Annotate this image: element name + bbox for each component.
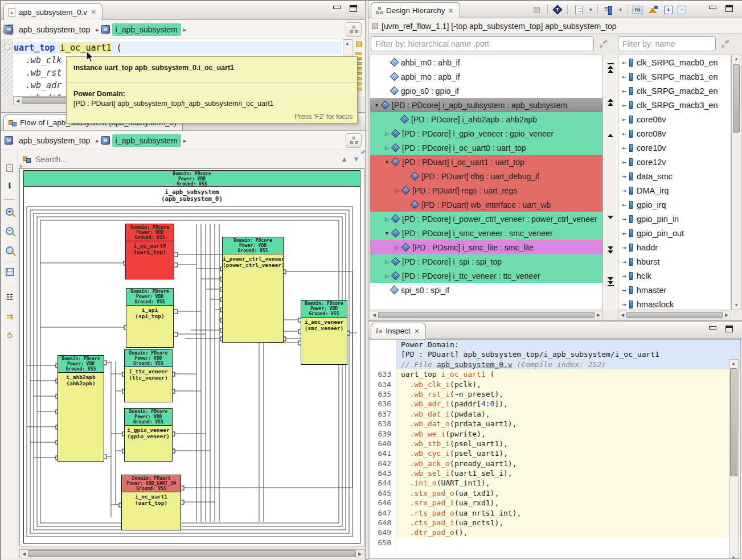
breadcrumb-item[interactable]: apb_subsystem_top xyxy=(15,23,93,36)
scroll-left-icon[interactable]: ◀ xyxy=(14,98,21,104)
tree-item[interactable]: [PD : PDcore] i_spi : spi_top xyxy=(370,254,602,269)
expander-icon[interactable] xyxy=(372,102,381,108)
port-item[interactable]: clk_SRPG_macb2_en xyxy=(618,84,731,98)
page-up-icon[interactable] xyxy=(606,98,614,106)
trace-signals-icon[interactable]: ⇉ xyxy=(3,311,16,323)
inspect-vertical-scrollbar[interactable]: ▲ ▼ xyxy=(729,359,739,559)
tree-item[interactable]: [PD : PDsmc] i_smc_lite : smc_lite xyxy=(370,240,602,254)
show-hierarchy-button[interactable] xyxy=(346,22,362,37)
inspect-content[interactable]: Power Domain: [PD : PDuart] apb_subsyste… xyxy=(370,339,741,559)
show-hierarchy-button[interactable] xyxy=(346,133,362,148)
zoom-out-icon[interactable]: − xyxy=(3,224,16,237)
scroll-thumb[interactable] xyxy=(378,312,595,318)
expander-icon[interactable] xyxy=(383,131,391,137)
scroll-thumb[interactable] xyxy=(733,64,740,133)
sort-filter-icon[interactable] xyxy=(603,4,614,15)
maximize-icon[interactable] xyxy=(725,326,733,332)
editor-tab[interactable]: v apb_subsystem_0.v ✕ xyxy=(3,3,103,20)
scroll-thumb[interactable] xyxy=(730,368,737,476)
clear-filter-icon[interactable] xyxy=(720,40,728,48)
flow-horizontal-scrollbar[interactable]: ◀ ▶ xyxy=(19,549,364,558)
layers-icon[interactable] xyxy=(647,4,659,15)
expander-icon[interactable] xyxy=(393,188,401,193)
show-info-icon[interactable]: ℹ xyxy=(3,180,16,192)
go-to-top-icon[interactable] xyxy=(606,63,614,73)
expander-icon[interactable] xyxy=(383,145,391,151)
tree-item[interactable]: [PD : PDcore] i_smc_veneer : smc_veneer xyxy=(370,226,602,240)
block-i-spi[interactable]: Domain: PDcorePower: VDDGround: VSS i_sp… xyxy=(126,288,174,348)
scroll-left-icon[interactable]: ◀ xyxy=(371,312,378,318)
refresh-icon[interactable]: ⥁ xyxy=(3,330,16,343)
expander-icon[interactable] xyxy=(393,245,401,250)
dropdown-chevron-icon[interactable]: ▾ xyxy=(620,7,622,13)
port-item[interactable]: gpio_irq xyxy=(618,197,731,212)
port-item[interactable]: hclk xyxy=(618,269,731,283)
breadcrumb-item[interactable]: apb_subsystem_top xyxy=(15,134,93,147)
show-types-icon[interactable]: T xyxy=(553,5,562,14)
fold-icon[interactable]: − xyxy=(4,44,10,50)
module-icon[interactable]: M xyxy=(101,25,110,34)
view-menu-icon[interactable] xyxy=(573,4,584,15)
port-item[interactable]: clk_SRPG_macb0_en xyxy=(618,55,731,69)
tree-item[interactable]: spi_s0 : spi_if xyxy=(370,283,602,297)
scroll-up-icon[interactable]: ▲ xyxy=(730,361,737,367)
expander-icon[interactable] xyxy=(383,259,391,265)
port-item[interactable]: hmastlock xyxy=(618,297,731,310)
zoom-fit-icon[interactable]: □ xyxy=(3,244,16,256)
save-diagram-icon[interactable] xyxy=(3,267,16,280)
expander-icon[interactable] xyxy=(383,216,391,222)
tree-item[interactable]: [PD : PDcore] i_oc_uart0 : uart_top xyxy=(370,141,602,155)
minimize-icon[interactable] xyxy=(333,5,341,11)
next-icon[interactable] xyxy=(606,215,614,219)
collapse-all-icon[interactable]: − xyxy=(678,6,686,14)
scroll-thumb[interactable] xyxy=(28,550,356,557)
close-icon[interactable]: ✕ xyxy=(414,327,420,335)
inspect-tab[interactable]: i Inspect ✕ xyxy=(371,323,426,339)
breadcrumb-item-selected[interactable]: i_apb_subsystem xyxy=(112,134,181,147)
close-icon[interactable]: ✕ xyxy=(448,7,454,15)
go-to-bottom-icon[interactable] xyxy=(606,277,614,287)
search-next-icon[interactable]: ▼ xyxy=(352,155,360,163)
file-link[interactable]: apb_subsystem_0.v xyxy=(437,360,513,369)
page-down-icon[interactable] xyxy=(606,246,614,254)
code-line[interactable]: uart_top i_oc_uart1 ( xyxy=(14,42,342,54)
block-i-ahb2apb[interactable]: Domain: PDcorePower: VDDGround: VSS i_ah… xyxy=(58,355,104,462)
port-item[interactable]: core08v xyxy=(618,126,731,141)
previous-icon[interactable] xyxy=(606,133,614,137)
port-item[interactable]: DMA_irq xyxy=(618,183,731,197)
search-previous-icon[interactable]: ▲ xyxy=(341,155,348,163)
minimize-icon[interactable] xyxy=(708,5,716,11)
tree-item[interactable]: [PD : PDuart] wb_interface : uart_wb xyxy=(370,197,602,212)
minimize-icon[interactable] xyxy=(708,326,716,332)
scroll-right-icon[interactable]: ▶ xyxy=(723,312,730,318)
tree-item[interactable]: ahbi_m0 : ahb_if xyxy=(370,55,602,69)
port-item[interactable]: core06v xyxy=(618,112,731,126)
block-i-gpio-veneer[interactable]: Domain: PDcorePower: VDDGround: VSS i_gp… xyxy=(124,408,173,462)
scroll-thumb[interactable] xyxy=(626,312,723,318)
module-icon[interactable]: M xyxy=(5,25,13,34)
expander-icon[interactable] xyxy=(383,159,391,165)
maximize-icon[interactable] xyxy=(725,5,733,12)
dropdown-chevron-icon[interactable]: ▾ xyxy=(589,7,592,13)
tree-item[interactable]: [PD : PDcore] i_ahb2apb : ahb2apb xyxy=(370,112,602,126)
scroll-right-icon[interactable]: ▶ xyxy=(595,312,602,318)
flow-diagram-canvas[interactable]: Domain: PDcore Power: VDD Ground: VSS i_… xyxy=(19,168,364,546)
port-item[interactable]: gpio_pin_in xyxy=(618,212,731,226)
port-item[interactable]: clk_SRPG_macb1_en xyxy=(618,69,731,84)
tree-item[interactable]: [PD : PDuart] i_oc_uart1 : uart_top xyxy=(370,155,602,169)
expand-all-icon[interactable]: + xyxy=(664,6,673,14)
port-item[interactable]: haddr xyxy=(618,240,731,254)
open-in-new-window-icon[interactable]: 📋 xyxy=(3,162,16,174)
power-domain-icon[interactable]: PD xyxy=(633,6,642,14)
diagram-settings-icon[interactable]: ☷ xyxy=(3,291,16,304)
tree-item[interactable]: [PD : PDcore] i_power_ctrl_veneer : powe… xyxy=(370,212,602,226)
module-icon[interactable]: M xyxy=(5,136,13,145)
list-horizontal-scrollbar[interactable]: ◀ ▶ xyxy=(618,311,731,319)
tree-item-selected[interactable]: [PD : PDcore] i_apb_subsystem : apb_subs… xyxy=(370,98,602,112)
block-i-oc-uart1[interactable]: Domain: PDuartPower: VDD_UART_SWGround: … xyxy=(121,475,181,530)
zoom-in-icon[interactable]: + xyxy=(3,205,16,217)
block-i-ttc-veneer[interactable]: Domain: PDcorePower: VDDGround: VSS i_tt… xyxy=(124,349,173,402)
hierarchical-filter-input[interactable] xyxy=(371,36,594,51)
maximize-icon[interactable] xyxy=(350,5,357,12)
name-filter-input[interactable] xyxy=(618,36,716,51)
